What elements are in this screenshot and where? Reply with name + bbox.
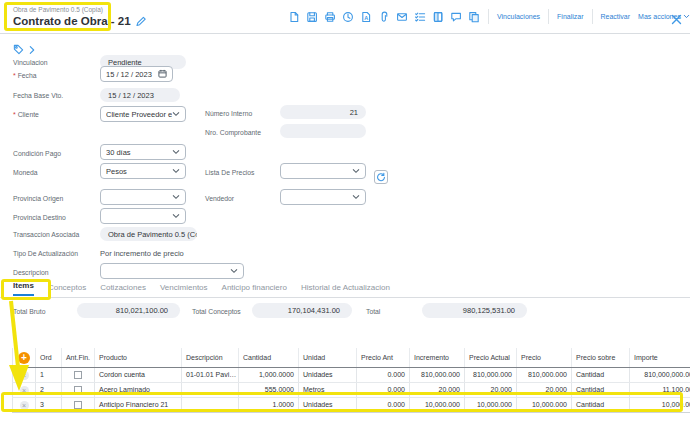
copy-icon[interactable] [467, 10, 480, 23]
cell-precio-sobre[interactable]: Cantidad [572, 368, 630, 382]
delete-row-button[interactable]: × [20, 386, 29, 395]
delete-row-button[interactable]: × [20, 371, 29, 380]
edit-title-icon[interactable] [135, 14, 148, 27]
calendar-icon[interactable] [158, 69, 167, 80]
col-header-precio-sobre: Precio sobre [572, 348, 630, 367]
total-conceptos-label: Total Conceptos [192, 308, 241, 315]
finalizar-button[interactable]: Finalizar [553, 10, 587, 23]
cell-incremento[interactable]: 810,000.000 [410, 368, 465, 382]
cell-descripcion[interactable] [182, 398, 239, 412]
cell-unidad[interactable]: Metros [299, 383, 357, 397]
total-conceptos-value: 170,104,431.00 [252, 303, 352, 318]
provincia-destino-label: Provincia Destino [13, 214, 66, 221]
checklist-icon[interactable] [413, 10, 426, 23]
table-row: × 1 Cordon cuenta 01-01.01 Pavi… 1,000.0… [12, 368, 690, 383]
delete-row-button[interactable]: × [20, 401, 29, 410]
add-row-button[interactable]: + [18, 352, 30, 364]
cell-precio-ant[interactable]: 0.000 [357, 383, 410, 397]
antfin-checkbox[interactable] [74, 386, 82, 394]
export-pdf-icon[interactable]: A [359, 10, 372, 23]
cell-unidad[interactable]: Unidades [299, 368, 357, 382]
vinculaciones-button[interactable]: Vinculaciones [493, 10, 544, 23]
cell-ord[interactable]: 1 [36, 368, 62, 382]
cell-precio-ant[interactable]: 0.000 [357, 368, 410, 382]
refresh-button[interactable] [374, 170, 388, 184]
cell-precio-actual[interactable]: 10,000.000 [465, 398, 517, 412]
page-title: Contrato de Obra - 21 [13, 15, 131, 27]
tab-historial-actualizacion[interactable]: Historial de Actualizacion [301, 283, 390, 296]
attachment-icon[interactable] [377, 10, 390, 23]
transaccion-asociada-value: Obra de Pavimento 0.5 (Co [100, 227, 197, 241]
antfin-checkbox[interactable] [74, 401, 82, 409]
cell-descripcion[interactable] [182, 383, 239, 397]
col-header-producto: Producto [95, 348, 182, 367]
lista-precios-select[interactable] [280, 163, 366, 179]
tag-icon[interactable] [13, 41, 24, 59]
tab-vencimientos[interactable]: Vencimientos [160, 283, 208, 296]
fecha-input[interactable]: 15 / 12 / 2023 [100, 66, 173, 82]
cell-incremento[interactable]: 10,000.000 [410, 398, 465, 412]
provincia-origen-select[interactable] [100, 189, 186, 205]
cell-cantidad[interactable]: 1,000.0000 [239, 368, 299, 382]
chevron-down-icon [172, 193, 180, 202]
cliente-value: Cliente Proveedor ej [106, 110, 172, 119]
chevron-right-icon[interactable] [29, 41, 35, 59]
condicion-pago-select[interactable]: 30 días [100, 144, 186, 160]
close-icon[interactable] [671, 11, 683, 23]
total-label: Total [366, 308, 380, 315]
tipo-actualizacion-value: Por incremento de precio [100, 249, 184, 258]
cell-precio[interactable]: 10,000.000 [517, 398, 572, 412]
cell-precio-sobre[interactable]: Cantidad [572, 398, 630, 412]
cell-ord[interactable]: 2 [36, 383, 62, 397]
moneda-select[interactable]: Pesos [100, 163, 186, 179]
tab-anticipo-financiero[interactable]: Anticipo financiero [222, 283, 287, 296]
action-bar: Vinculaciones Finalizar Reactivar Mas ac… [484, 9, 690, 24]
tab-cotizaciones[interactable]: Cotizaciones [100, 283, 146, 296]
cell-producto[interactable]: Anticipo Financiero 21 [95, 398, 182, 412]
tab-conceptos[interactable]: Conceptos [48, 283, 86, 296]
col-header-precio-actual: Precio Actual [465, 348, 517, 367]
descripcion-select[interactable] [100, 263, 244, 279]
vendedor-select[interactable] [280, 189, 366, 205]
history-icon[interactable] [341, 10, 354, 23]
comment-icon[interactable] [449, 10, 462, 23]
cell-precio-actual[interactable]: 20.000 [465, 383, 517, 397]
cell-producto[interactable]: Acero Laminado [95, 383, 182, 397]
cell-precio[interactable]: 810,000.000 [517, 368, 572, 382]
new-document-icon[interactable] [287, 10, 300, 23]
cell-precio-ant[interactable]: 0.000 [357, 398, 410, 412]
moneda-label: Moneda [13, 169, 38, 176]
save-icon[interactable] [305, 10, 318, 23]
chevron-down-icon [352, 167, 360, 176]
cell-ord[interactable]: 3 [36, 398, 62, 412]
cell-cantidad[interactable]: 1.0000 [239, 398, 299, 412]
fecha-base-value: 15 / 12 / 2023 [100, 88, 180, 102]
cell-importe[interactable]: 11,100.00 [630, 383, 690, 397]
cell-importe[interactable]: 10,000.00 [630, 398, 690, 412]
cell-precio-sobre[interactable]: Cantidad [572, 383, 630, 397]
lista-precios-label: Lista De Precios [205, 169, 255, 176]
cliente-select[interactable]: Cliente Proveedor ej [100, 106, 186, 122]
cell-precio-actual[interactable]: 810,000.000 [465, 368, 517, 382]
cell-cantidad[interactable]: 555.0000 [239, 383, 299, 397]
nro-comprobante-value [280, 124, 366, 138]
title-row: Contrato de Obra - 21 [13, 14, 148, 27]
cell-producto[interactable]: Cordon cuenta [95, 368, 182, 382]
cell-unidad[interactable]: Unidades [299, 398, 357, 412]
provincia-destino-select[interactable] [100, 208, 186, 224]
divider [488, 9, 489, 24]
cell-precio[interactable]: 20.000 [517, 383, 572, 397]
cell-importe[interactable]: 810,000,000.00 [630, 368, 690, 382]
antfin-checkbox[interactable] [74, 371, 82, 379]
journal-icon[interactable] [431, 10, 444, 23]
cell-incremento[interactable]: 20.000 [410, 383, 465, 397]
tabs-divider [0, 297, 690, 298]
chevron-down-icon [172, 212, 180, 221]
print-icon[interactable] [323, 10, 336, 23]
tab-bar: Items Conceptos Cotizaciones Vencimiento… [13, 281, 390, 296]
cell-descripcion[interactable]: 01-01.01 Pavi… [182, 368, 239, 382]
reactivar-button[interactable]: Reactivar [597, 10, 635, 23]
tab-items[interactable]: Items [13, 281, 34, 296]
mail-icon[interactable] [395, 10, 408, 23]
table-row-highlighted: × 3 Anticipo Financiero 21 1.0000 Unidad… [12, 398, 690, 413]
